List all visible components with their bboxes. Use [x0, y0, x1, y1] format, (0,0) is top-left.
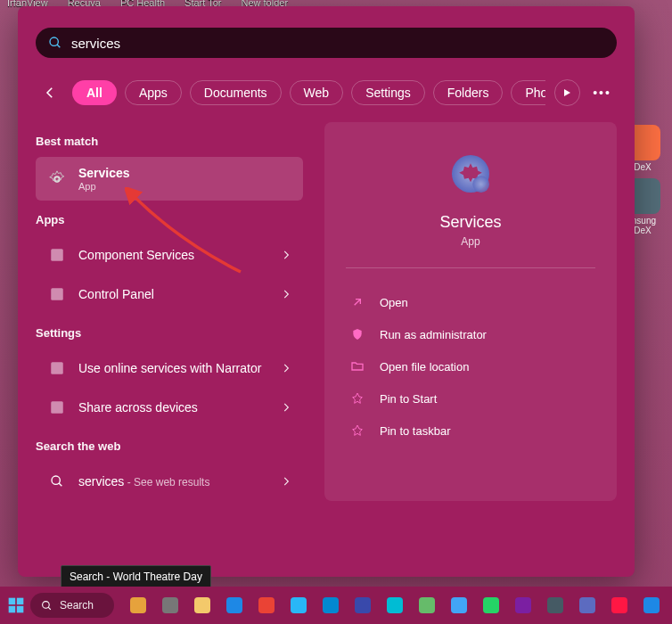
svg-rect-5 [51, 362, 63, 374]
svg-point-0 [50, 37, 58, 45]
svg-rect-28 [515, 597, 531, 613]
section-best-match: Best match [36, 135, 303, 148]
gear-icon [446, 149, 496, 199]
svg-rect-24 [387, 597, 403, 613]
taskbar-widgets[interactable] [125, 592, 152, 619]
result-services[interactable]: ServicesApp [36, 157, 303, 201]
svg-rect-17 [162, 597, 178, 613]
result-control-panel[interactable]: Control Panel [36, 275, 303, 314]
svg-rect-3 [51, 249, 63, 261]
svg-rect-22 [323, 597, 339, 613]
taskbar-prime[interactable] [381, 592, 408, 619]
search-icon [48, 36, 62, 50]
taskbar-explorer[interactable] [189, 592, 216, 619]
start-button[interactable] [7, 594, 25, 617]
taskbar-weather[interactable] [285, 592, 312, 619]
back-button[interactable] [37, 79, 63, 106]
svg-rect-32 [643, 597, 660, 613]
section-apps: Apps [36, 213, 303, 226]
svg-rect-31 [611, 597, 627, 613]
svg-rect-30 [579, 597, 595, 613]
preview-pane: Services App OpenRun as administratorOpe… [324, 122, 617, 501]
result-web-services[interactable]: services - See web results [36, 462, 303, 501]
svg-rect-10 [9, 598, 16, 605]
filter-pho[interactable]: Pho [511, 80, 545, 105]
svg-line-15 [48, 607, 51, 610]
app-icon [46, 244, 68, 266]
pin-icon [349, 423, 365, 439]
taskbar-taskview[interactable] [157, 592, 184, 619]
filter-apps[interactable]: Apps [125, 80, 182, 105]
svg-rect-20 [258, 597, 275, 613]
action-pintask[interactable]: Pin to taskbar [346, 415, 595, 447]
result-component-services[interactable]: Component Services [36, 235, 303, 275]
taskbar-onenote[interactable] [510, 592, 537, 619]
svg-line-8 [59, 483, 61, 486]
chevron-right-icon [280, 362, 292, 374]
gear-icon [46, 168, 68, 190]
preview-title: Services [346, 213, 595, 232]
search-input[interactable] [71, 36, 604, 51]
svg-rect-25 [419, 597, 435, 613]
taskbar-teams[interactable] [574, 592, 601, 619]
chevron-right-icon [280, 401, 292, 414]
chevron-right-icon [280, 475, 292, 488]
results-list: Best match ServicesApp Apps Component Se… [36, 122, 303, 501]
svg-rect-21 [291, 597, 307, 613]
svg-rect-18 [194, 597, 210, 613]
svg-point-14 [43, 601, 50, 608]
taskbar: Search [0, 587, 672, 624]
action-open[interactable]: Open [346, 286, 595, 318]
preview-subtitle: App [346, 235, 595, 248]
taskbar-shield[interactable] [446, 592, 472, 619]
taskbar-mgr[interactable] [542, 592, 569, 619]
taskbar-edge[interactable] [221, 592, 248, 619]
svg-point-9 [472, 176, 489, 193]
svg-rect-27 [483, 597, 499, 613]
svg-rect-12 [9, 606, 16, 613]
taskbar-store[interactable] [349, 592, 376, 619]
svg-rect-26 [451, 597, 467, 613]
taskbar-whatsapp[interactable] [478, 592, 504, 619]
search-panel: AllAppsDocumentsWebSettingsFoldersPho ••… [18, 6, 635, 577]
action-loc[interactable]: Open file location [346, 350, 595, 382]
taskbar-search[interactable]: Search [30, 593, 114, 618]
search-icon [41, 600, 53, 612]
search-bar[interactable] [36, 28, 617, 58]
svg-rect-16 [130, 597, 146, 613]
action-admin[interactable]: Run as administrator [346, 318, 595, 350]
action-pinstart[interactable]: Pin to Start [346, 382, 595, 415]
svg-rect-4 [51, 288, 63, 300]
result-online-services[interactable]: Use online services with Narrator [36, 349, 303, 388]
taskbar-chrome[interactable] [253, 592, 280, 619]
taskbar-paddle[interactable] [414, 592, 440, 619]
section-web: Search the web [36, 439, 303, 453]
svg-rect-19 [226, 597, 242, 613]
shield-icon [349, 326, 365, 342]
filter-all[interactable]: All [72, 80, 117, 105]
svg-rect-29 [547, 597, 563, 613]
app-icon [46, 283, 68, 305]
more-button[interactable]: ••• [589, 86, 615, 100]
filter-web[interactable]: Web [290, 80, 344, 105]
filter-settings[interactable]: Settings [351, 80, 425, 105]
svg-rect-6 [51, 401, 63, 414]
pin-icon [349, 390, 365, 406]
svg-rect-11 [17, 598, 24, 605]
play-button[interactable] [554, 79, 580, 106]
svg-point-7 [52, 476, 60, 484]
open-icon [349, 294, 365, 310]
taskbar-mail[interactable] [317, 592, 344, 619]
search-icon [46, 471, 68, 492]
section-settings: Settings [36, 326, 303, 340]
taskbar-opera[interactable] [606, 592, 633, 619]
app-icon [46, 357, 68, 379]
result-share-devices[interactable]: Share across devices [36, 388, 303, 427]
app-icon [46, 397, 68, 418]
taskbar-word[interactable] [638, 592, 665, 619]
filter-documents[interactable]: Documents [190, 80, 282, 105]
svg-rect-13 [17, 606, 24, 613]
filter-folders[interactable]: Folders [433, 80, 504, 105]
search-tooltip: Search - World Theatre Day [61, 565, 211, 588]
filter-row: AllAppsDocumentsWebSettingsFoldersPho ••… [18, 70, 635, 115]
